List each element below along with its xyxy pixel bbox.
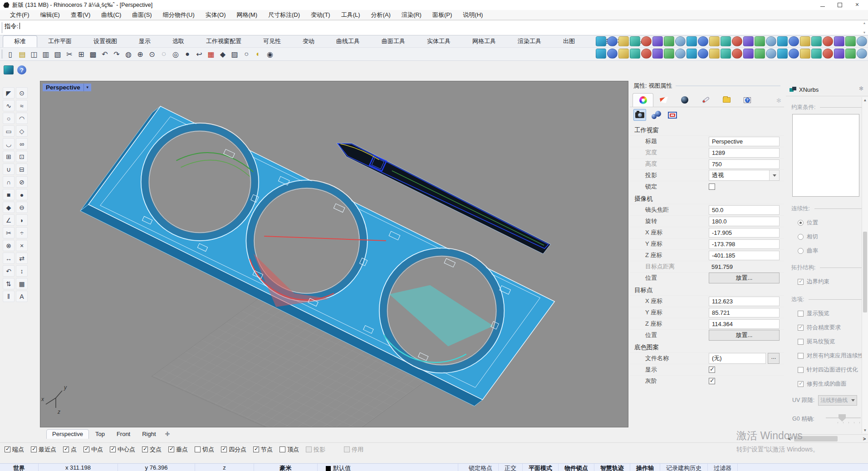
viewport-tab[interactable]: Front (111, 430, 136, 439)
toolbar-icon[interactable]: ‖ (3, 291, 15, 302)
toolbar-icon[interactable]: ⊞ (75, 49, 87, 59)
toolbar-icon[interactable]: ≈ (16, 100, 28, 111)
wallpaper-gray-checkbox[interactable] (709, 378, 715, 384)
toolbar-icon[interactable]: ∪ (3, 164, 15, 175)
tab-pen[interactable] (695, 93, 716, 107)
maximize-button[interactable] (837, 2, 843, 8)
status-toggle[interactable]: 操作轴 (630, 464, 660, 471)
subtab-camera[interactable] (633, 109, 646, 121)
tool-icon[interactable] (766, 36, 776, 46)
toolbar-icon[interactable]: ◍ (123, 49, 134, 59)
osnap-item[interactable]: 中心点 (110, 446, 135, 454)
tab-display[interactable] (653, 93, 674, 107)
tool-icon[interactable] (596, 49, 606, 59)
tool-icon[interactable] (698, 49, 708, 59)
toolbar-icon[interactable]: ○ (3, 113, 15, 124)
ribbon-tab[interactable]: 工作视窗配置 (195, 36, 252, 47)
checkbox-icon[interactable] (195, 446, 201, 452)
slider-thumb[interactable] (839, 414, 846, 421)
osnap-item[interactable]: 四分点 (221, 446, 246, 454)
tool-icon[interactable] (607, 49, 618, 59)
menu-item[interactable]: 编辑(E) (35, 11, 65, 19)
toolbar-icon[interactable]: ○ (240, 49, 252, 59)
projection-select[interactable]: 透视 (709, 170, 780, 181)
tool-icon[interactable] (834, 49, 844, 59)
toolbar-icon[interactable]: ◡ (3, 138, 15, 149)
slider[interactable] (826, 414, 863, 423)
ribbon-tab[interactable]: 设置视图 (83, 36, 128, 47)
target-place-button[interactable]: 放置... (709, 330, 780, 341)
toolbar-icon[interactable]: ◌ (158, 49, 170, 59)
wallpaper-show-checkbox[interactable] (709, 367, 715, 373)
subtab-links[interactable] (650, 109, 662, 121)
status-toggle[interactable]: 正交 (499, 464, 523, 471)
viewport-height-input[interactable]: 750 (709, 159, 780, 169)
osnap-item[interactable]: 点 (63, 446, 77, 454)
minimize-button[interactable] (820, 2, 825, 8)
ribbon-tab[interactable]: 变动 (292, 36, 325, 47)
toolbar-icon[interactable]: ◇ (16, 125, 28, 137)
toolbar-icon[interactable]: ◆ (217, 49, 229, 59)
ribbon-tab[interactable]: 显示 (128, 36, 162, 47)
toolbar-icon[interactable]: ◎ (170, 49, 181, 59)
tool-icon[interactable] (652, 36, 663, 46)
toolbar-icon[interactable]: ▭ (3, 125, 15, 137)
toolbar-icon[interactable]: ◤ (3, 87, 15, 99)
toolbar-icon[interactable]: ∩ (3, 176, 15, 188)
checkbox-icon[interactable] (31, 446, 37, 452)
tool-icon[interactable] (675, 49, 686, 59)
viewport-title-input[interactable]: Perspective (709, 137, 780, 146)
osnap-item[interactable]: 最近点 (31, 446, 56, 454)
tool-icon[interactable] (743, 49, 754, 59)
tool-icon[interactable] (698, 36, 708, 46)
osnap-item[interactable]: 垂点 (168, 446, 188, 454)
add-viewport-icon[interactable]: ✚ (162, 430, 173, 439)
close-button[interactable]: × (854, 2, 860, 8)
menu-item[interactable]: 渲染(R) (396, 11, 427, 19)
checkbox-icon[interactable] (142, 446, 148, 452)
cplane-button[interactable]: 世界 (0, 464, 39, 471)
continuity-radio[interactable]: 位置 (798, 219, 863, 227)
osnap-item[interactable]: 顶点 (280, 446, 299, 454)
toolbar-icon[interactable]: ▯ (5, 49, 16, 59)
dock-cube-icon[interactable] (4, 65, 14, 74)
xnurbs-tab[interactable]: XNurbs ✻ (786, 84, 868, 96)
tool-icon[interactable] (664, 49, 674, 59)
status-toggle[interactable]: 记录建构历史 (660, 464, 708, 471)
camera-z-input[interactable]: -401.185 (709, 251, 780, 260)
tool-icon[interactable] (641, 36, 652, 46)
ribbon-tab[interactable]: 网格工具 (461, 36, 507, 47)
tool-icon[interactable] (618, 36, 629, 46)
option-checkbox[interactable]: 修剪生成的曲面 (798, 380, 863, 388)
constraints-listbox[interactable] (792, 114, 859, 197)
menu-item[interactable]: 文件(F) (5, 11, 35, 19)
ribbon-tab[interactable]: 标准 (3, 35, 37, 47)
tool-icon[interactable] (755, 49, 765, 59)
tool-icon[interactable] (789, 49, 799, 59)
toolbar-icon[interactable]: ✂ (64, 49, 75, 59)
osnap-item[interactable]: 端点 (5, 446, 24, 454)
toolbar-icon[interactable]: ↩ (193, 49, 205, 59)
checkbox-icon[interactable] (63, 446, 69, 452)
toolbar-icon[interactable]: ▦ (16, 278, 28, 289)
help-icon[interactable]: ? (17, 65, 26, 74)
osnap-item[interactable]: 节点 (253, 446, 273, 454)
option-checkbox[interactable]: 针对四边面进行优化 (798, 366, 863, 374)
menu-item[interactable]: 变动(T) (305, 11, 336, 19)
viewport-tab[interactable]: Right (137, 430, 161, 439)
checkbox-icon[interactable] (110, 446, 116, 452)
tab-folder[interactable] (716, 93, 737, 107)
toolbar-icon[interactable]: ▤ (16, 49, 28, 59)
toolbar-icon[interactable]: ⊞ (3, 151, 15, 162)
status-toggle[interactable]: 物件锁点 (559, 464, 594, 471)
scrollbar-thumb[interactable] (863, 232, 867, 312)
toolbar-icon[interactable]: ⊟ (16, 164, 28, 175)
tool-icon[interactable] (811, 36, 822, 46)
tool-icon[interactable] (732, 36, 742, 46)
scroll-left-icon[interactable]: < (786, 436, 793, 441)
rotation-input[interactable]: 180.0 (709, 217, 780, 226)
checkbox-icon[interactable] (168, 446, 174, 452)
menu-item[interactable]: 细分物件(U) (157, 11, 200, 19)
viewport-tab[interactable]: Top (90, 430, 110, 439)
status-toggle[interactable]: 过滤器 (708, 464, 738, 471)
